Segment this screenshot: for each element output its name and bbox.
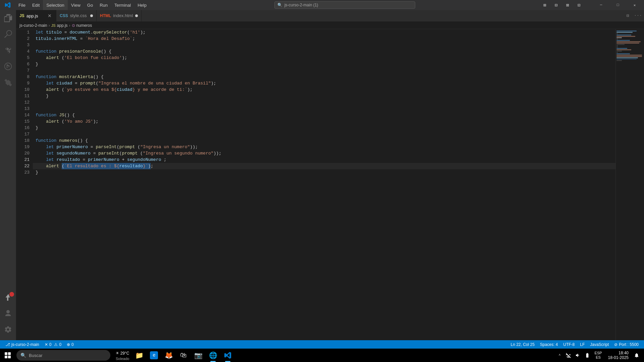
line-num-15: 15: [16, 118, 30, 125]
tray-network[interactable]: [564, 349, 573, 362]
clock[interactable]: 18:40 18-01-2025: [605, 349, 632, 362]
layout2-icon[interactable]: ⊟: [551, 0, 561, 10]
ports-icon: ⊕: [67, 342, 70, 347]
line-num-2: 2: [16, 36, 30, 42]
taskbar-search-text: Buscar: [29, 353, 42, 358]
breadcrumb-symbol-icon: ⊙: [72, 23, 75, 28]
activity-bottom: [0, 289, 16, 340]
sys-tray: ^: [556, 349, 592, 362]
search-bar[interactable]: 🔍 js-curso-2-main (1): [274, 1, 415, 9]
minimap: [615, 29, 644, 340]
breadcrumb-symbol-label: numeros: [76, 23, 92, 28]
status-ports[interactable]: ⊕ 0: [64, 340, 76, 349]
code-line-2: titulo.innerHTML = `Hora del Desafio`;: [33, 36, 615, 42]
code-line-15: alert ('Yo amo JS');: [33, 118, 615, 125]
code-line-14: function JS() {: [33, 112, 615, 118]
status-branch[interactable]: ⎇ js-curso-2-main: [3, 340, 42, 349]
taskbar-chrome[interactable]: 🌐: [206, 349, 220, 362]
layout3-icon[interactable]: ⊠: [562, 0, 573, 10]
activity-scm[interactable]: [0, 42, 16, 58]
menu-selection[interactable]: Selection: [43, 0, 67, 10]
line-num-19: 19: [16, 144, 30, 150]
activity-run[interactable]: [0, 58, 16, 74]
menu-edit[interactable]: Edit: [29, 0, 43, 10]
search-icon: 🔍: [277, 3, 282, 7]
code-line-16: }: [33, 125, 615, 131]
lang-primary: ESP: [595, 351, 602, 355]
status-branch-name: js-curso-2-main: [11, 342, 39, 347]
code-line-6: }: [33, 61, 615, 67]
code-line-5: alert ('El boton fue clicado');: [33, 55, 615, 61]
close-button[interactable]: ✕: [627, 0, 642, 10]
error-icon: ✕: [45, 342, 48, 347]
tab-indexhtml[interactable]: HTML index.html: [97, 10, 142, 21]
layout4-icon[interactable]: ⊡: [574, 0, 584, 10]
status-cursor[interactable]: Ln 22, Col 25: [508, 340, 537, 349]
taskbar-search-icon: 🔍: [20, 353, 26, 358]
status-port[interactable]: ⊘ Port : 5500: [611, 340, 641, 349]
taskbar-vscode[interactable]: [220, 349, 235, 362]
split-editor-icon[interactable]: ⊟: [623, 11, 633, 20]
breadcrumb-symbol[interactable]: ⊙ numeros: [72, 23, 92, 28]
taskbar: 🔍 Buscar ☀️ 29°C Soleado 📁 e 🦊: [0, 349, 644, 362]
tray-volume[interactable]: [573, 349, 583, 362]
notification-center[interactable]: [632, 349, 641, 362]
menu-file[interactable]: File: [15, 0, 29, 10]
taskbar-store[interactable]: 🛍: [176, 349, 191, 362]
line-num-9: 9: [16, 80, 30, 86]
more-actions-icon[interactable]: ···: [633, 11, 643, 20]
activity-account[interactable]: [0, 305, 16, 321]
taskbar-search[interactable]: 🔍 Buscar: [16, 350, 110, 361]
tab-close-appjs[interactable]: ✕: [47, 13, 53, 19]
edge-icon: e: [150, 351, 158, 359]
tab-appjs[interactable]: JS app.js ✕: [16, 10, 56, 21]
status-encoding[interactable]: UTF-8: [560, 340, 577, 349]
store-icon: 🛍: [179, 351, 187, 359]
maximize-button[interactable]: □: [610, 0, 626, 10]
language-indicator[interactable]: ESP ES: [592, 349, 605, 362]
layout-icon[interactable]: ⊞: [540, 0, 550, 10]
line-num-23: 23: [16, 169, 30, 176]
taskbar-app1[interactable]: 📷: [191, 349, 206, 362]
activity-settings[interactable]: [0, 321, 16, 338]
search-bar-text: js-curso-2-main (1): [284, 3, 318, 7]
tab-stylecss[interactable]: CSS style.css: [56, 10, 97, 21]
status-branch-icon: ⎇: [5, 342, 10, 347]
menu-help[interactable]: Help: [134, 0, 150, 10]
taskbar-weather[interactable]: ☀️ 29°C Soleado: [113, 349, 132, 362]
tray-battery[interactable]: [583, 349, 592, 362]
activity-explorer[interactable]: [0, 10, 16, 26]
breadcrumb-project[interactable]: js-curso-2-main: [19, 23, 47, 28]
taskbar-firefox[interactable]: 🦊: [161, 349, 176, 362]
menu-go[interactable]: Go: [84, 0, 96, 10]
start-button[interactable]: [0, 349, 15, 362]
status-line-ending[interactable]: LF: [577, 340, 587, 349]
lang-secondary: ES: [596, 355, 601, 360]
activity-extensions[interactable]: [0, 74, 16, 90]
minimize-button[interactable]: ─: [593, 0, 609, 10]
status-spaces[interactable]: Spaces: 4: [537, 340, 560, 349]
menu-run[interactable]: Run: [96, 0, 111, 10]
menu-terminal[interactable]: Terminal: [111, 0, 134, 10]
breadcrumb-project-label: js-curso-2-main: [19, 23, 47, 28]
code-line-10: alert (`yo estuve en esa ${ciudad} y me …: [33, 86, 615, 93]
status-port-value: Port : 5500: [619, 342, 639, 347]
tab-label-indexhtml: index.html: [113, 13, 133, 18]
code-line-20: let segundoNumero = parseInt(prompt ("In…: [33, 150, 615, 157]
line-num-18: 18: [16, 137, 30, 144]
breadcrumb-sep1: ›: [49, 23, 50, 28]
activity-search[interactable]: [0, 26, 16, 42]
activity-remote[interactable]: [0, 289, 16, 305]
code-line-3: [33, 42, 615, 48]
breadcrumb-file[interactable]: JS app.js: [51, 23, 68, 28]
code-editor[interactable]: 1 2 3 4 5 6 7 8 9 10 11 12 13 14 15 16 1…: [16, 29, 644, 340]
titlebar-right: ⊞ ⊟ ⊠ ⊡ ─ □ ✕: [540, 0, 644, 10]
status-language[interactable]: JavaScript: [587, 340, 611, 349]
taskbar-filemanager[interactable]: 📁: [132, 349, 147, 362]
taskbar-edge[interactable]: e: [147, 349, 161, 362]
sys-tray-expand[interactable]: ^: [556, 349, 564, 362]
status-errors[interactable]: ✕ 0 ⚠ 0: [42, 340, 64, 349]
tab-dot-stylecss: [90, 14, 93, 17]
menu-view[interactable]: View: [68, 0, 84, 10]
code-content[interactable]: let titulo = document.querySelector('h1'…: [33, 29, 615, 340]
